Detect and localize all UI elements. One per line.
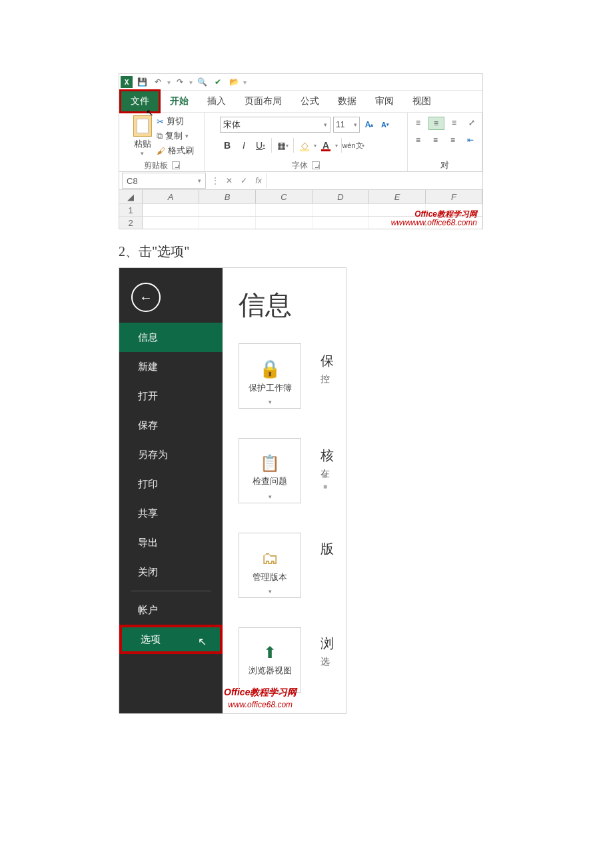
align-center-button[interactable]: ≡ — [428, 134, 443, 146]
chevron-down-icon[interactable]: ▾ — [198, 177, 201, 184]
cell[interactable] — [143, 204, 199, 216]
tab-page-layout[interactable]: 页面布局 — [235, 91, 291, 112]
cell[interactable] — [199, 204, 256, 216]
chevron-down-icon[interactable]: ▾ — [314, 143, 316, 149]
sidebar-item-export[interactable]: 导出 — [119, 528, 223, 557]
tab-formulas[interactable]: 公式 — [291, 91, 328, 112]
fx-icon[interactable]: fx — [251, 176, 266, 185]
chevron-down-icon[interactable]: ▾ — [335, 143, 338, 149]
sidebar-item-print[interactable]: 打印 — [119, 469, 223, 499]
font-launcher-icon[interactable] — [312, 161, 320, 169]
col-header[interactable]: F — [426, 190, 482, 203]
format-painter-button[interactable]: 🖌 格式刷 — [157, 145, 194, 157]
browser-view-icon: ⬆ — [263, 643, 277, 662]
inspect-label: 检查问题 — [253, 475, 287, 487]
clipboard-launcher-icon[interactable] — [172, 161, 180, 169]
cancel-icon[interactable]: ✕ — [222, 176, 237, 185]
col-header[interactable]: D — [312, 190, 369, 203]
copy-icon: ⧉ — [157, 131, 163, 141]
ribbon: 粘贴 ▾ ✂ 剪切 ⧉ 复制 ▾ — [119, 112, 482, 172]
enter-icon[interactable]: ✓ — [237, 176, 251, 185]
open-folder-icon[interactable]: 📂 — [227, 75, 241, 89]
borders-button[interactable]: ▦▾ — [275, 138, 290, 153]
undo-icon[interactable]: ↶ — [151, 75, 165, 89]
cell[interactable] — [312, 204, 369, 216]
bold-button[interactable]: B — [220, 138, 235, 153]
paste-button[interactable]: 粘贴 ▾ — [130, 115, 155, 157]
align-right-button[interactable]: ≡ — [446, 134, 460, 146]
protect-workbook-button[interactable]: 🔒 保护工作簿 ▾ 保 控 — [239, 343, 301, 409]
row-header[interactable]: 2 — [119, 217, 143, 229]
col-header[interactable]: A — [143, 190, 199, 203]
sidebar-item-account[interactable]: 帐户 — [119, 595, 223, 625]
font-color-button[interactable]: A — [318, 138, 333, 153]
align-left-button[interactable]: ≡ — [411, 134, 426, 146]
italic-button[interactable]: I — [237, 138, 251, 153]
backstage-screenshot: ← 信息 新建 打开 保存 另存为 打印 共享 导出 关闭 帐户 选项 ↖ 信息… — [119, 267, 346, 714]
redo-icon[interactable]: ↷ — [173, 75, 187, 89]
sidebar-item-options[interactable]: 选项 ↖ — [119, 625, 223, 654]
cell[interactable] — [199, 217, 256, 229]
formula-input[interactable] — [266, 173, 482, 188]
tab-view[interactable]: 视图 — [403, 91, 440, 112]
tab-file[interactable]: 文件 — [119, 89, 161, 113]
phonetic-button[interactable]: wén 文 — [345, 138, 360, 153]
tab-home[interactable]: 开始 — [161, 91, 198, 112]
inspect-button[interactable]: 📋 检查问题 ▾ 核 在 ■■ — [239, 438, 301, 503]
copy-dropdown-icon[interactable]: ▾ — [185, 133, 189, 139]
font-name-select[interactable]: 宋体 ▾ — [220, 117, 330, 133]
sidebar-item-info[interactable]: 信息 — [119, 323, 223, 352]
col-header[interactable]: C — [256, 190, 312, 203]
page-title: 信息 — [239, 287, 346, 323]
row-header[interactable]: 1 — [119, 204, 143, 216]
decrease-indent-button[interactable]: ⇤ — [463, 134, 478, 146]
underline-button[interactable]: U▾ — [253, 138, 268, 153]
ribbon-tabs: 文件 开始 插入 页面布局 公式 数据 审阅 视图 ↖ — [119, 91, 482, 112]
chevron-down-icon: ▾ — [324, 121, 327, 128]
excel-ribbon-screenshot: X 💾 ↶ ▾ ↷ ▾ 🔍 ✔ 📂 ▾ 文件 开始 插入 页面布局 公式 数据 … — [119, 73, 483, 229]
versions-icon: 🗂 — [261, 548, 279, 569]
protect-label: 保护工作簿 — [249, 382, 292, 394]
browser-view-button[interactable]: ⬆ 浏览器视图 浏 选 — [239, 627, 301, 693]
orientation-button[interactable]: ⤢ — [464, 117, 479, 129]
col-header[interactable]: E — [369, 190, 426, 203]
print-preview-icon[interactable]: 🔍 — [195, 75, 209, 89]
back-button[interactable]: ← — [131, 283, 161, 312]
arrow-left-icon: ← — [139, 290, 153, 305]
copy-button[interactable]: ⧉ 复制 ▾ — [157, 130, 194, 142]
sidebar-item-saveas[interactable]: 另存为 — [119, 440, 223, 469]
tab-data[interactable]: 数据 — [328, 91, 366, 112]
cell[interactable] — [312, 217, 369, 229]
format-painter-label: 格式刷 — [168, 145, 194, 157]
cell[interactable] — [256, 204, 312, 216]
align-top-button[interactable]: ≡ — [411, 117, 426, 129]
grow-font-button[interactable]: A▴ — [362, 117, 376, 132]
save-icon[interactable]: 💾 — [135, 75, 149, 89]
font-size-select[interactable]: 11 ▾ — [333, 117, 360, 133]
sidebar-item-save[interactable]: 保存 — [119, 411, 223, 440]
sidebar-item-open[interactable]: 打开 — [119, 381, 223, 411]
sidebar-item-share[interactable]: 共享 — [119, 499, 223, 528]
spellcheck-icon[interactable]: ✔ — [211, 75, 225, 89]
tab-insert[interactable]: 插入 — [198, 91, 235, 112]
qat-dropdown-icon[interactable]: ▾ — [189, 79, 193, 86]
select-all-corner[interactable]: ◢ — [119, 190, 143, 203]
chevron-down-icon[interactable]: ▾ — [362, 143, 364, 149]
fill-color-button[interactable]: ◇ — [297, 138, 312, 153]
col-header[interactable]: B — [199, 190, 256, 203]
name-box[interactable]: C8 ▾ — [122, 173, 206, 189]
qat-customize-icon[interactable]: ▾ — [243, 79, 247, 86]
qat-dropdown-icon[interactable]: ▾ — [167, 79, 171, 86]
align-middle-button[interactable]: ≡ — [428, 117, 444, 130]
cut-button[interactable]: ✂ 剪切 — [157, 115, 194, 127]
versions-button[interactable]: 🗂 管理版本 ▾ 版 — [239, 533, 301, 598]
tab-file-label: 文件 — [131, 95, 149, 107]
cell[interactable] — [143, 217, 199, 229]
sidebar-item-new[interactable]: 新建 — [119, 352, 223, 381]
tab-review[interactable]: 审阅 — [366, 91, 403, 112]
paste-dropdown-icon[interactable]: ▾ — [141, 150, 144, 157]
shrink-font-button[interactable]: A▾ — [378, 117, 392, 132]
sidebar-item-close[interactable]: 关闭 — [119, 557, 223, 587]
align-bottom-button[interactable]: ≡ — [447, 117, 462, 129]
cell[interactable] — [256, 217, 312, 229]
